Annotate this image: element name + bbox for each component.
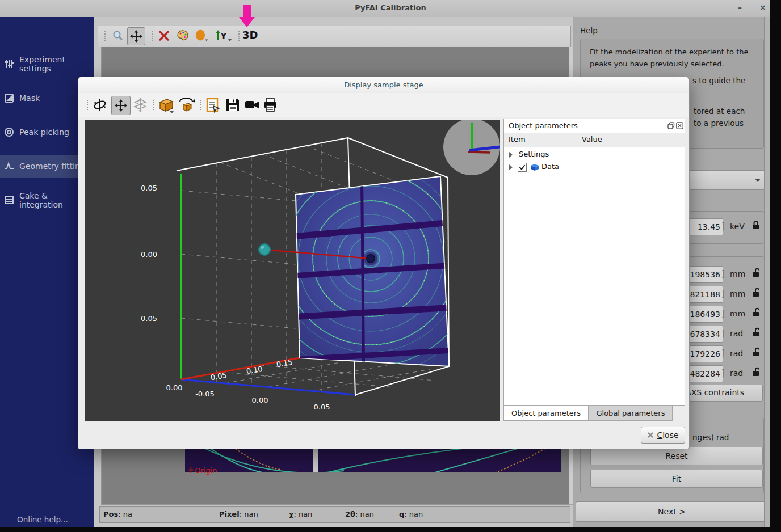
right-scroll-strip[interactable] [764,17,770,527]
online-help-link[interactable]: Online help... [17,515,68,524]
pan-icon[interactable] [127,27,145,45]
lock-open-icon[interactable] [751,307,760,319]
dialog-titlebar[interactable]: Display sample stage [78,77,689,94]
cube-icon[interactable] [157,96,175,114]
cube-rotate-icon[interactable] [177,96,195,114]
print-icon[interactable] [261,96,279,114]
status-pixel-label: Pixel [219,510,240,518]
fit-label: Fit [672,474,681,483]
palette-icon[interactable] [174,27,191,44]
reset-label: Reset [665,451,687,461]
field-spinner[interactable]: ] [721,348,725,358]
origin-marker: +Origin [187,464,217,475]
window-title: PyFAI Calibration [0,3,781,12]
dialog-close-button[interactable]: Close [641,427,685,444]
annotation-arrow-icon [237,5,257,29]
check-icon [518,163,526,171]
data-visibility-checkbox[interactable] [518,163,527,172]
energy-spinner[interactable]: ] [721,221,725,231]
window-titlebar: PyFAI Calibration – × [0,0,781,17]
next-label: Next > [658,507,686,516]
close-window-button[interactable]: × [759,3,766,12]
video-icon[interactable] [243,96,261,114]
screen-right-edge [770,0,781,532]
screen-bottom-edge [0,527,781,532]
field-unit: mm [730,269,745,278]
lock-open-icon[interactable] [751,367,760,378]
minimize-button[interactable]: – [738,3,742,12]
field-spinner[interactable]: ] [721,269,725,279]
lock-open-icon[interactable] [751,327,760,339]
axis-y-icon[interactable]: Y [213,27,234,44]
y-tick: -0.05 [138,314,157,323]
close-x-icon [647,432,654,438]
float-panel-icon[interactable] [667,122,675,131]
toolbar-handle[interactable] [104,31,107,42]
expand-arrow-icon[interactable] [509,152,513,158]
tree-row-data[interactable]: Data [504,161,685,174]
status-pos-value: na [123,510,132,518]
tab-label: Object parameters [511,409,581,417]
sidebar-item-experiment-settings[interactable]: Experiment settings [0,53,94,75]
save-icon[interactable] [224,96,242,114]
status-bar: Pos: na Pixel: nan χ: nan 2θ: nan q: nan [99,506,570,523]
field-value: 198536 [690,270,720,279]
next-button[interactable]: Next > [576,501,768,522]
diffraction-image-strip [185,448,561,472]
origin-tick: 0.00 [166,383,183,392]
zoom-icon[interactable] [110,27,127,44]
display-sample-stage-dialog: Display sample stage [78,77,690,449]
field-spinner[interactable]: ] [721,328,725,339]
status-2theta-label: 2θ [345,510,355,518]
field-spinner[interactable]: ] [721,309,725,319]
tree-data-label: Data [541,162,559,171]
y-tick: 0.00 [141,250,157,259]
toolbar-handle[interactable] [238,31,241,42]
close-panel-icon[interactable] [676,122,683,131]
saxs-button-label: SAXS contraints [681,388,744,397]
3d-button[interactable]: 3D [242,29,258,41]
sidebar-item-label: Experiment settings [19,55,94,73]
field-spinner[interactable]: ] [721,289,725,299]
field-value: 678334 [690,330,720,339]
sliders-icon [3,59,15,69]
x-tick: 0.15 [276,358,293,369]
lock-open-icon[interactable] [751,347,760,358]
reset-button[interactable]: Reset [590,447,763,465]
column-divider[interactable] [577,133,577,147]
cake-icon [3,195,15,205]
lock-closed-icon[interactable] [751,220,760,231]
dialog-title: Display sample stage [78,81,689,89]
field-spinner[interactable]: ] [721,368,725,378]
tree-row-settings[interactable]: Settings [504,149,685,161]
grid-plane-icon[interactable] [131,96,149,114]
status-chi-value: nan [299,510,312,518]
help-text-fragment: to a previous [694,119,744,128]
copy-icon[interactable] [204,96,222,114]
marker-icon[interactable] [194,27,211,44]
lock-open-icon[interactable] [751,288,760,299]
rotate-icon[interactable] [91,96,109,114]
toolbar-handle[interactable] [152,31,154,42]
field-value: 186493 [690,310,720,319]
toolbar-handle[interactable] [86,99,89,111]
tab-global-parameters[interactable]: Global parameters [589,406,673,421]
z-tick: -0.05 [195,390,215,398]
fit-button[interactable]: Fit [590,470,763,488]
toolbar-handle[interactable] [152,99,155,111]
ranges-label-fragment: nges) rad [692,433,729,442]
lock-open-icon[interactable] [751,268,760,279]
delete-icon[interactable] [156,27,173,44]
3d-viewport[interactable]: 0.05 0.00 -0.05 0.00 -0.05 0.00 0.05 0.0… [85,120,500,421]
tab-object-parameters[interactable]: Object parameters [503,406,589,421]
field-value: 821188 [690,290,720,299]
status-q-label: q [399,510,404,518]
expand-arrow-icon[interactable] [509,164,513,170]
x-tick: 0.10 [246,365,263,375]
rings-icon [3,127,15,137]
field-unit: rad [730,369,743,378]
status-pos-label: Pos [103,510,118,518]
toolbar-handle[interactable] [200,99,203,111]
pan-icon[interactable] [111,96,131,115]
main-toolbar: Y 3D [98,26,571,47]
